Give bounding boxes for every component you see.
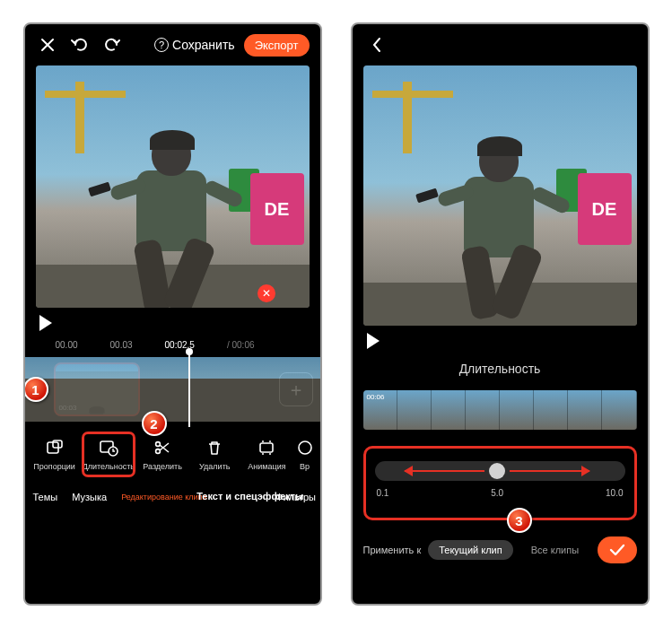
play-row <box>25 308 320 338</box>
slider-scale: 0.1 5.0 10.0 <box>375 488 625 498</box>
save-button[interactable]: ? Сохранить <box>154 38 235 52</box>
svg-point-7 <box>262 440 264 442</box>
arrow-right-icon <box>510 470 589 472</box>
save-label: Сохранить <box>172 38 235 52</box>
back-icon[interactable] <box>365 33 388 57</box>
tab-text-fx[interactable]: Текст и спецэффекты <box>192 489 266 505</box>
billboard-graphic: DE <box>578 173 632 245</box>
video-preview[interactable]: DE <box>363 65 637 326</box>
check-icon <box>609 544 625 556</box>
tab-themes[interactable]: Темы <box>29 489 63 505</box>
tc-3: 00.03 <box>110 340 133 350</box>
timeline[interactable]: 1 00:03 ＋ <box>25 357 320 422</box>
scale-mid: 5.0 <box>491 488 503 498</box>
timecode-bar: 00.00 00.03 00:02.5/ 00:06 <box>25 338 320 352</box>
arrow-left-icon <box>405 470 484 472</box>
slider-thumb[interactable] <box>489 463 505 479</box>
apply-label: Применить к <box>363 545 422 555</box>
tool-proportions[interactable]: Пропорции <box>31 432 79 476</box>
svg-point-8 <box>269 440 271 442</box>
play-row <box>353 326 648 356</box>
tab-filters[interactable]: Фильтры <box>271 489 320 505</box>
scale-min: 0.1 <box>377 488 389 498</box>
apply-current-clip[interactable]: Текущий клип <box>428 540 513 560</box>
apply-row: 3 Применить к Текущий клип Все клипы <box>353 520 648 572</box>
tool-time[interactable]: Вр <box>295 432 315 476</box>
tool-animation[interactable]: Анимация <box>242 432 291 476</box>
clip-2[interactable] <box>145 364 228 414</box>
redo-icon[interactable] <box>100 33 124 57</box>
svg-point-11 <box>299 441 311 454</box>
billboard-graphic: DE <box>250 173 304 245</box>
tool-delete[interactable]: Удалить <box>190 432 239 476</box>
confirm-button[interactable] <box>598 536 637 563</box>
help-icon: ? <box>154 38 169 52</box>
annotation-2: 2 <box>142 411 167 436</box>
tc-0: 00.00 <box>56 340 78 350</box>
tc-total: / 00:06 <box>227 340 255 350</box>
video-preview[interactable]: DE ✕ <box>36 65 310 308</box>
tab-music[interactable]: Музыка <box>67 489 111 505</box>
trash-icon <box>205 438 224 458</box>
tool-row: 2 Пропорции Длительность Разделить Удали… <box>25 423 320 480</box>
play-icon[interactable] <box>39 315 52 331</box>
filmstrip[interactable]: 00:06 <box>363 390 637 430</box>
duration-screen: DE Длительность 00:06 0.1 5.0 10.0 3 При… <box>351 22 650 606</box>
topbar: ? Сохранить Экспорт <box>25 24 320 65</box>
export-button[interactable]: Экспорт <box>244 34 310 57</box>
duration-icon <box>99 438 118 458</box>
editor-screen: ? Сохранить Экспорт DE ✕ 00.00 00.03 00:… <box>23 22 322 606</box>
remove-clip-icon[interactable]: ✕ <box>257 284 275 302</box>
filmstrip-duration: 00:06 <box>367 393 385 401</box>
undo-icon[interactable] <box>68 33 92 57</box>
scissors-icon <box>153 438 172 458</box>
proportions-icon <box>45 438 65 458</box>
animation-icon <box>257 438 276 458</box>
annotation-1: 1 <box>23 377 48 402</box>
duration-slider[interactable] <box>375 461 625 481</box>
tool-duration[interactable]: Длительность <box>83 432 135 476</box>
clock-icon <box>295 438 315 458</box>
duration-slider-area: 0.1 5.0 10.0 <box>363 446 637 520</box>
tab-edit-clip[interactable]: Редактирование клипа <box>117 490 187 504</box>
playhead[interactable] <box>188 352 190 427</box>
scale-max: 10.0 <box>606 488 623 498</box>
apply-all-clips[interactable]: Все клипы <box>520 540 589 560</box>
svg-rect-6 <box>260 443 273 452</box>
svg-point-9 <box>262 453 264 455</box>
annotation-3: 3 <box>507 508 532 533</box>
bottom-tabs: Темы Музыка Редактирование клипа Текст и… <box>25 480 320 514</box>
svg-point-10 <box>269 453 271 455</box>
panel-title: Длительность <box>353 356 648 385</box>
tool-split[interactable]: Разделить <box>138 432 187 476</box>
back-row <box>353 24 648 65</box>
close-icon[interactable] <box>36 33 59 57</box>
play-icon[interactable] <box>367 333 380 349</box>
